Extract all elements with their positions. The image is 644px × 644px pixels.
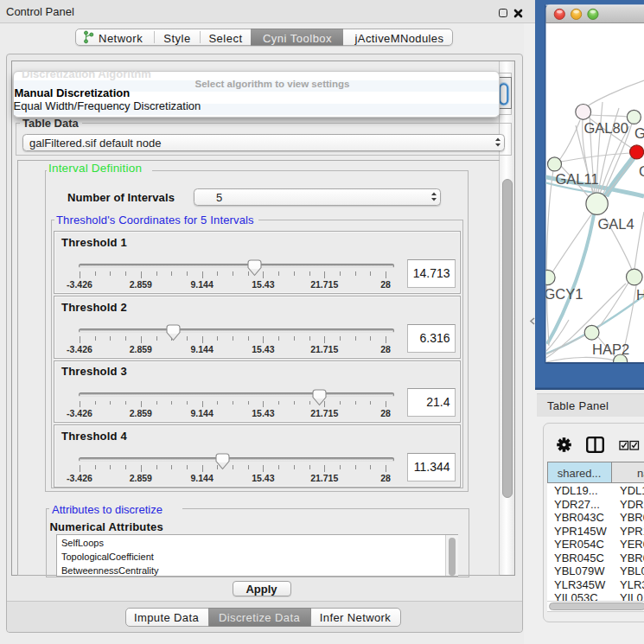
svg-text:C: C [639,163,644,179]
svg-text:GAL80: GAL80 [584,120,628,136]
svg-text:GAL11: GAL11 [556,171,599,187]
svg-text:GAL4: GAL4 [598,216,634,232]
svg-text:GCY1: GCY1 [545,286,583,302]
svg-text:GA: GA [634,125,644,141]
svg-text:H: H [636,287,644,303]
svg-text:HAP2: HAP2 [592,341,629,357]
